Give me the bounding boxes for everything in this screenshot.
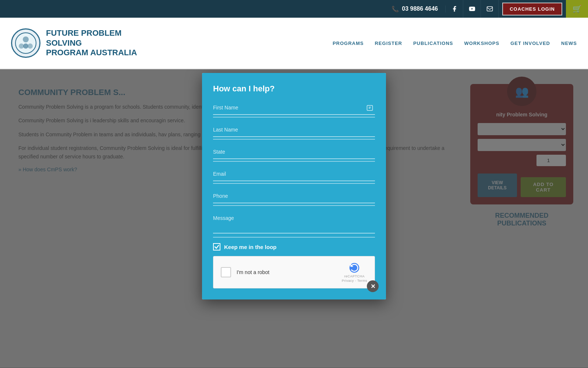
nav-programs[interactable]: PROGRAMS bbox=[333, 41, 364, 46]
cart-button[interactable]: 🛒 bbox=[566, 0, 588, 18]
site-logo bbox=[11, 28, 40, 58]
svg-rect-1 bbox=[487, 7, 492, 11]
svg-point-6 bbox=[23, 43, 28, 49]
close-icon: ✕ bbox=[371, 283, 375, 290]
logo-area: FUTURE PROBLEM SOLVING PROGRAM AUSTRALIA bbox=[11, 28, 333, 58]
phone-number: 📞 03 9886 4646 bbox=[384, 6, 446, 13]
email-icon[interactable] bbox=[481, 0, 499, 18]
email-input[interactable] bbox=[213, 167, 375, 181]
newsletter-label: Keep me in the loop bbox=[224, 244, 277, 250]
nav-publications[interactable]: PUBLICATIONS bbox=[413, 41, 453, 46]
phone-input[interactable] bbox=[213, 189, 375, 203]
svg-point-4 bbox=[19, 43, 24, 49]
first-name-field bbox=[213, 101, 375, 115]
recaptcha-brand: reCAPTCHA bbox=[344, 274, 365, 278]
phone-icon: 📞 bbox=[392, 6, 399, 13]
state-field bbox=[213, 145, 375, 159]
message-input[interactable] bbox=[213, 211, 375, 234]
cart-icon: 🛒 bbox=[573, 4, 582, 13]
last-name-input[interactable] bbox=[213, 123, 375, 137]
contact-card-icon bbox=[366, 105, 373, 113]
contact-modal: How can I help? bbox=[202, 73, 386, 299]
newsletter-checkbox-row: Keep me in the loop bbox=[213, 243, 375, 250]
svg-point-2 bbox=[15, 33, 36, 53]
recaptcha-icon bbox=[348, 262, 360, 274]
main-nav: PROGRAMS REGISTER PUBLICATIONS WORKSHOPS… bbox=[333, 41, 577, 46]
social-icons: COACHES LOGIN bbox=[446, 0, 566, 18]
site-header: FUTURE PROBLEM SOLVING PROGRAM AUSTRALIA… bbox=[0, 18, 588, 69]
site-title: FUTURE PROBLEM SOLVING PROGRAM AUSTRALIA bbox=[46, 28, 156, 57]
modal-close-button[interactable]: ✕ bbox=[367, 280, 379, 292]
svg-point-5 bbox=[28, 43, 33, 49]
recaptcha-text: I'm not a robot bbox=[237, 269, 336, 275]
facebook-icon[interactable] bbox=[446, 0, 463, 18]
phone-field bbox=[213, 189, 375, 203]
state-input[interactable] bbox=[213, 145, 375, 159]
youtube-icon[interactable] bbox=[463, 0, 481, 18]
recaptcha-sub: Privacy - Terms bbox=[342, 279, 367, 283]
email-field bbox=[213, 167, 375, 181]
first-name-input[interactable] bbox=[213, 101, 375, 115]
page-content: COMMUNITY PROBLEM S... Community Problem… bbox=[0, 69, 588, 368]
modal-content: How can I help? bbox=[202, 73, 386, 299]
recaptcha-checkbox[interactable] bbox=[221, 267, 231, 277]
recaptcha-widget: I'm not a robot reCAPTCHA Privacy - Term… bbox=[213, 256, 375, 288]
newsletter-checkbox[interactable] bbox=[213, 243, 220, 250]
last-name-field bbox=[213, 123, 375, 137]
recaptcha-logo: reCAPTCHA Privacy - Terms bbox=[342, 262, 367, 283]
nav-news[interactable]: NEWS bbox=[561, 41, 577, 46]
message-field bbox=[213, 211, 375, 235]
nav-get-involved[interactable]: GET INVOLVED bbox=[510, 41, 550, 46]
modal-wrapper: How can I help? bbox=[0, 69, 588, 368]
modal-title: How can I help? bbox=[213, 84, 375, 94]
coaches-login-button[interactable]: COACHES LOGIN bbox=[502, 3, 562, 15]
nav-workshops[interactable]: WORKSHOPS bbox=[464, 41, 500, 46]
svg-point-3 bbox=[23, 36, 29, 42]
nav-register[interactable]: REGISTER bbox=[375, 41, 402, 46]
top-bar: 📞 03 9886 4646 COACHES LOGIN 🛒 bbox=[0, 0, 588, 18]
